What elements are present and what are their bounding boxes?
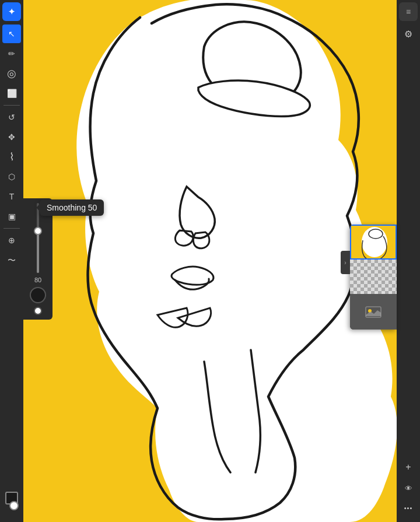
smoothing-tooltip: Smoothing 50	[40, 199, 104, 216]
paint-icon: ◎	[7, 68, 16, 79]
tool-paint[interactable]: ◎	[2, 64, 21, 83]
text-icon: T	[9, 192, 15, 201]
tool-image[interactable]: ▣	[2, 207, 21, 226]
move-icon: ✥	[8, 133, 15, 141]
fill-color-swatch[interactable]	[9, 501, 19, 510]
warp-icon: 〜	[8, 256, 16, 264]
tool-shape[interactable]: ⬡	[2, 167, 21, 186]
shape-icon: ⬡	[8, 173, 15, 181]
undo-icon: ↺	[8, 113, 15, 121]
right-app-icon: ≡	[399, 2, 418, 21]
draw-icon: ✏	[8, 50, 15, 58]
select-icon: ↖	[8, 30, 15, 38]
brush-size-value: 80	[34, 276, 41, 283]
settings-icon: ⚙	[404, 29, 412, 40]
layer-item-2[interactable]	[350, 260, 397, 295]
image-icon: ▣	[8, 212, 16, 220]
add-layer-icon: +	[405, 462, 411, 472]
tool-text[interactable]: T	[2, 187, 21, 206]
add-layer-btn[interactable]: +	[399, 458, 418, 477]
more-icon: •••	[404, 505, 413, 512]
slider-thumb[interactable]	[34, 227, 42, 235]
divider-2	[4, 228, 20, 229]
svg-point-3	[369, 229, 383, 239]
eye-icon: 👁	[405, 484, 412, 493]
app-icon: ✦	[2, 2, 21, 21]
tool-brush[interactable]: ⌇	[2, 148, 21, 166]
divider-1	[4, 105, 20, 106]
brush-size-panel: 80	[23, 198, 52, 320]
right-settings-btn[interactable]: ⚙	[399, 24, 418, 43]
slider-track	[37, 203, 39, 273]
layer-1-thumbnail	[351, 226, 397, 260]
brush-color-preview[interactable]	[30, 287, 46, 303]
left-toolbar: ✦ ↖ ✏ ◎ ⬜ ↺ ✥ ⌇ ⬡ T ▣ ⊕ 〜	[0, 0, 23, 522]
tool-undo[interactable]: ↺	[2, 108, 21, 127]
layer-3-thumbnail	[350, 295, 397, 330]
slider-fill	[37, 231, 39, 273]
layer-item-1[interactable]	[350, 225, 397, 260]
more-options-btn[interactable]: •••	[399, 499, 418, 517]
layer-item-3[interactable]	[350, 295, 397, 330]
brush-opacity-preview[interactable]	[34, 307, 42, 315]
tool-draw[interactable]: ✏	[2, 44, 21, 63]
color-picker-icon: ⊕	[8, 236, 15, 244]
tool-color-picker[interactable]: ⊕	[2, 231, 21, 250]
visibility-btn[interactable]: 👁	[399, 479, 418, 498]
brush-icon: ⌇	[9, 152, 15, 162]
chevron-right-icon: ›	[344, 260, 346, 266]
right-toolbar: ≡ ⚙ + 👁 •••	[397, 0, 420, 522]
layers-panel	[350, 225, 397, 330]
tool-move[interactable]: ✥	[2, 128, 21, 146]
layer-2-thumbnail	[350, 260, 397, 295]
tool-warp[interactable]: 〜	[2, 251, 21, 269]
erase-icon: ⬜	[7, 89, 17, 97]
right-app-symbol: ≡	[406, 7, 411, 16]
smoothing-label: Smoothing 50	[47, 203, 97, 212]
tool-select[interactable]: ↖	[2, 24, 21, 43]
layers-panel-collapse-handle[interactable]: ›	[341, 251, 350, 274]
tool-erase[interactable]: ⬜	[2, 84, 21, 103]
